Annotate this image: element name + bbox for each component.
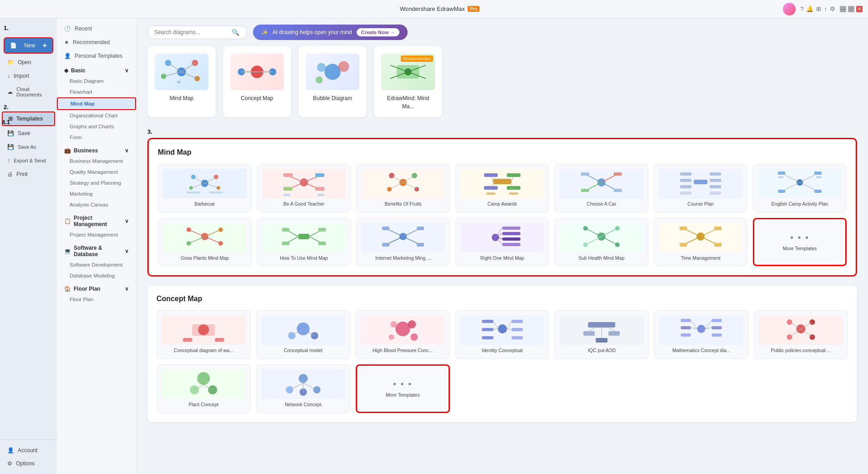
good-teacher-label: Be A Good Teacher [262,201,346,207]
save-button[interactable]: 💾 Save 4.1 [2,127,55,140]
svg-point-162 [389,334,394,340]
open-button[interactable]: 📁 Open [2,56,55,69]
template-grow-plants[interactable]: Grow Plants Mind Map [158,218,252,267]
import-button[interactable]: ↓ Import [2,70,55,82]
nav-strategy[interactable]: Strategy and Planning [57,177,136,188]
category-card-bubble[interactable]: Bubble Diagram [298,46,367,117]
nav-business-mgmt[interactable]: Business Management [57,156,136,166]
template-how-use[interactable]: How To Use Mind Map [257,218,351,267]
cloud-docs-button[interactable]: ☁ Cloud Documents [2,83,55,101]
internet-marketing-label: Internet Marketing Ming ... [361,255,445,262]
template-blood-pressure[interactable]: High Blood Pressure Conc... [356,310,450,359]
template-right-one[interactable]: Right One Mind Map [455,218,549,267]
svg-line-171 [493,321,498,329]
template-iqc[interactable]: IQC put AOD [555,310,649,359]
options-button[interactable]: ⚙ Options [2,457,55,470]
new-button[interactable]: 📄 New + [4,37,53,54]
nav-analysis[interactable]: Analysis Canvas [57,199,136,210]
nav-recommended[interactable]: ★ Recommended [57,35,136,49]
template-network-concept[interactable]: Network Concept [256,364,350,413]
template-mathematics[interactable]: Mathematics Concept dia... [654,310,748,359]
more-dots-icon: • • • [790,232,809,243]
recent-icon: 🕐 [64,25,71,32]
nav-recent[interactable]: 🕐 Recent [57,22,136,35]
nav-personal-templates[interactable]: 👤 Personal Templates [57,49,136,63]
category-card-edrawmind-label: EdrawMind: Mind Ma... [387,95,429,110]
nav-db-modeling[interactable]: Database Modeling [57,270,136,281]
minimize-button[interactable]: — [840,6,846,12]
share-icon[interactable]: ↑ [824,5,827,12]
nav-mind-map[interactable]: Mind Map [57,97,136,110]
internet-marketing-thumb [361,223,445,252]
template-public-policies[interactable]: Public policies conceptual ... [754,310,848,359]
template-sub-health[interactable]: Sub Health Mind Map [555,218,648,267]
settings-icon[interactable]: ⚙ [830,5,835,12]
category-card-edrawmind[interactable]: Recommended EdrawMind: Mind Ma... [374,46,442,117]
nav-section-software[interactable]: 💻 Software & Database ∨ [57,240,136,259]
template-choose-car[interactable]: Choose A Car [555,164,648,212]
template-camp-awards[interactable]: Camp Awards [455,164,549,212]
svg-rect-176 [584,331,595,336]
more-concept-templates-button[interactable]: • • • More Templates [356,364,450,413]
maximize-button[interactable]: □ [848,6,854,12]
help-icon[interactable]: ? [800,5,803,12]
bell-icon[interactable]: 🔔 [806,5,813,12]
template-conceptual-diagram[interactable]: Conceptual diagram of wa... [156,310,251,359]
mindmap-section: Mind Map [147,138,857,277]
nav-floor-plan[interactable]: Floor Plan [57,294,136,305]
options-label: Options [16,460,35,467]
template-plant-concept[interactable]: Plant Concept [156,364,251,413]
save-as-icon: 💾 [7,144,14,150]
template-barbecue[interactable]: Barbecue [158,164,252,212]
svg-point-161 [408,320,416,328]
svg-line-135 [585,237,601,245]
more-templates-button[interactable]: • • • More Templates [753,218,847,267]
layout-icon[interactable]: ⊞ [816,5,821,12]
nav-graphs-charts[interactable]: Graphs and Charts [57,121,136,132]
nav-quality-mgmt[interactable]: Quality Management [57,166,136,177]
search-input[interactable] [154,29,232,35]
new-plus-icon: + [43,41,47,50]
search-box[interactable]: 🔍 [147,25,247,39]
nav-section-basic[interactable]: ◆ Basic ∨ [57,63,136,76]
right-one-label: Right One Mind Map [460,255,544,262]
category-row: AI Mind Map [147,46,857,117]
export-button[interactable]: ↑ Export & Send [2,154,55,167]
template-conceptual-model[interactable]: Conceptual model [256,310,350,359]
nav-marketing[interactable]: Marketing [57,188,136,199]
nav-flowchart[interactable]: Flowchart [57,86,136,97]
user-avatar[interactable] [783,3,796,15]
mindmap-row1: Barbecue [158,164,847,212]
nav-project-mgmt[interactable]: Project Management [57,229,136,240]
template-good-teacher[interactable]: Be A Good Teacher [257,164,351,212]
nav-section-business[interactable]: 💼 Business ∨ [57,143,136,156]
template-internet-marketing[interactable]: Internet Marketing Ming ... [356,218,450,267]
svg-line-6 [182,63,195,72]
template-benefits-fruits[interactable]: Benefits Of Fruits [356,164,450,212]
save-as-button[interactable]: 💾 Save As [2,141,55,153]
nav-section-project[interactable]: 📋 Project Management ∨ [57,210,136,229]
ai-banner[interactable]: ✨ AI drawing helps open your mind Create… [253,25,408,40]
create-now-button[interactable]: Create Now → [357,28,400,36]
svg-rect-80 [710,179,721,182]
svg-point-101 [187,227,191,232]
nav-org-chart[interactable]: Organizational Chart [57,110,136,121]
cloud-icon: ☁ [7,89,13,95]
category-card-conceptmap[interactable]: Concept Map [223,46,291,117]
nav-software-dev[interactable]: Software Development [57,259,136,270]
nav-form[interactable]: Form [57,132,136,143]
nav-section-floor[interactable]: 🏠 Floor Plan ∨ [57,281,136,294]
template-english-camp[interactable]: English Camp Activity Plan [753,164,847,212]
concept-map-grid: Conceptual diagram of wa... [156,310,848,359]
category-card-mindmap[interactable]: AI Mind Map [147,46,216,117]
close-button[interactable]: ✕ [856,6,863,12]
english-camp-label: English Camp Activity Plan [758,201,842,207]
more-concept-label: More Templates [386,392,420,398]
grow-plants-thumb [163,223,247,252]
account-button[interactable]: 👤 Account [2,444,55,457]
template-identity-conceptual[interactable]: Identity Conceptual [455,310,550,359]
template-time-mgmt[interactable]: Time Management [654,218,747,267]
template-course-plan[interactable]: Course Plan [654,164,747,212]
print-button[interactable]: 🖨 Print [2,168,55,181]
nav-basic-diagram[interactable]: Basic Diagram [57,76,136,86]
